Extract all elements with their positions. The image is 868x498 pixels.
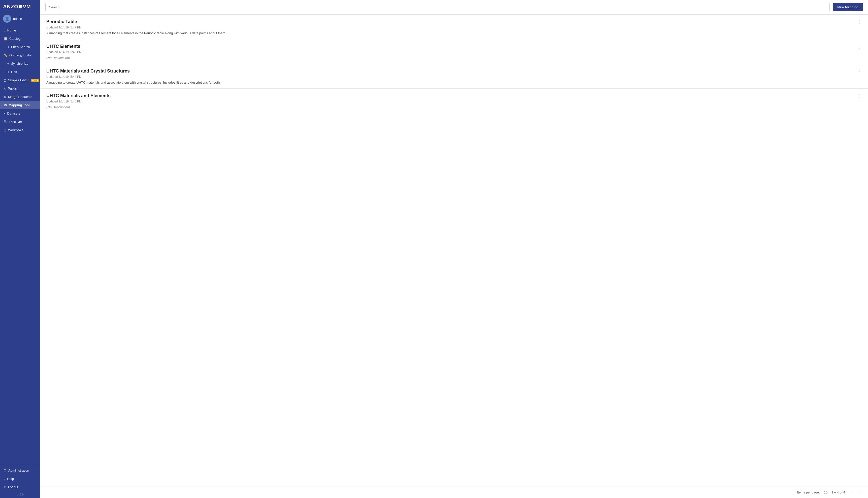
sidebar-bottom: ⚙ Administration ? Help ↩ Logout v4.0.0 (0, 464, 40, 498)
administration-icon: ⚙ (3, 469, 7, 472)
catalog-icon: 📋 (3, 37, 8, 41)
sidebar-label-discover: Discover (9, 120, 22, 123)
mapping-updated: Updated 1/14/19, 5:45 PM (46, 50, 862, 54)
sidebar-item-home[interactable]: ⌂ Home (0, 26, 40, 35)
sidebar-label-link: Link (11, 70, 17, 74)
synchronize-icon: ↪ (7, 62, 9, 65)
mapping-more-button[interactable]: ⋮ (855, 93, 863, 99)
mapping-title: UHTC Materials and Crystal Structures (46, 68, 862, 74)
sidebar-item-publish[interactable]: ◁ Publish (0, 84, 40, 93)
pagination-footer: Items per page: 10 1 – 4 of 4 ‹ › (40, 486, 868, 498)
search-input[interactable] (46, 3, 830, 11)
sidebar-item-discover[interactable]: 🔍 Discover (0, 118, 40, 126)
sidebar-item-logout[interactable]: ↩ Logout (0, 483, 40, 491)
mapping-item-uhtc-materials-elements: UHTC Materials and Elements Updated 1/14… (40, 89, 868, 113)
mapping-item-uhtc-materials-crystal: UHTC Materials and Crystal Structures Up… (40, 64, 868, 89)
mapping-description: A mapping that creates instances of Elem… (46, 31, 862, 35)
logout-icon: ↩ (3, 485, 6, 489)
help-icon: ? (3, 477, 5, 481)
sidebar-item-link[interactable]: ↪ Link (0, 68, 40, 76)
sidebar-item-catalog[interactable]: 📋 Catalog (0, 35, 40, 43)
mappings-list: Periodic Table Updated 1/14/19, 5:47 PM … (40, 15, 868, 486)
sidebar-label-home: Home (7, 28, 16, 32)
items-per-page-value: 10 (824, 490, 827, 494)
workflows-icon: ◻ (3, 128, 6, 132)
sidebar-label-catalog: Catalog (9, 37, 21, 41)
pagination-range: 1 – 4 of 4 (831, 490, 845, 494)
sidebar-label-shapes-editor: Shapes Editor (8, 78, 29, 82)
beta-badge: BETA (31, 79, 39, 82)
next-page-button[interactable]: › (858, 489, 862, 496)
prev-page-button[interactable]: ‹ (849, 489, 853, 496)
shapes-editor-icon: ◻ (3, 78, 6, 82)
mapping-title: UHTC Materials and Elements (46, 93, 862, 99)
sidebar-item-shapes-editor[interactable]: ◻ Shapes Editor BETA (0, 76, 40, 84)
sidebar-item-workflows[interactable]: ◻ Workflows (0, 126, 40, 134)
sidebar-label-publish: Publish (8, 87, 18, 90)
mapping-more-button[interactable]: ⋮ (855, 68, 863, 74)
link-icon: ↪ (7, 70, 9, 74)
sidebar-label-help: Help (7, 477, 14, 481)
sidebar-item-help[interactable]: ? Help (0, 475, 40, 483)
avatar: 👤 (3, 15, 11, 23)
sidebar-item-synchronize[interactable]: ↪ Synchronize (0, 60, 40, 68)
mapping-updated: Updated 1/14/19, 5:47 PM (46, 26, 862, 29)
username: admin (13, 17, 22, 21)
home-icon: ⌂ (3, 28, 5, 32)
mapping-more-button[interactable]: ⋮ (855, 19, 863, 25)
sidebar-item-ontology-editor[interactable]: ✏️ Ontology Editor (0, 51, 40, 60)
ontology-editor-icon: ✏️ (3, 53, 8, 57)
sidebar: ANZO⊕VM 👤 admin ⌂ Home 📋 Catalog ↪ Entit… (0, 0, 40, 498)
user-area: 👤 admin (0, 12, 40, 26)
sidebar-label-administration: Administration (8, 469, 29, 472)
mapping-updated: Updated 1/14/19, 5:46 PM (46, 100, 862, 103)
sidebar-item-datasets[interactable]: ≡ Datasets (0, 109, 40, 118)
mapping-more-button[interactable]: ⋮ (855, 44, 863, 49)
sidebar-label-ontology-editor: Ontology Editor (9, 53, 32, 57)
mapping-tool-icon: 🗂 (3, 103, 7, 107)
publish-icon: ◁ (3, 87, 6, 90)
sidebar-item-entity-search[interactable]: ↪ Entity Search (0, 43, 40, 51)
entity-search-icon: ↪ (7, 45, 9, 49)
mapping-title: UHTC Elements (46, 44, 862, 49)
sidebar-label-logout: Logout (8, 485, 18, 489)
mapping-description: (No Description) (46, 105, 862, 109)
sidebar-item-mapping-tool[interactable]: 🗂 Mapping Tool (0, 101, 40, 109)
discover-icon: 🔍 (3, 120, 8, 123)
datasets-icon: ≡ (3, 112, 5, 115)
merge-requests-icon: ✉ (3, 95, 6, 99)
sidebar-label-workflows: Workflows (8, 128, 23, 132)
mapping-title: Periodic Table (46, 19, 862, 24)
logo-area: ANZO⊕VM (0, 0, 40, 12)
sidebar-item-administration[interactable]: ⚙ Administration (0, 466, 40, 475)
mapping-item-periodic-table: Periodic Table Updated 1/14/19, 5:47 PM … (40, 15, 868, 39)
sidebar-label-merge-requests: Merge Requests (8, 95, 32, 99)
app-version: v4.0.0 (0, 491, 40, 498)
sidebar-label-entity-search: Entity Search (11, 45, 30, 49)
top-bar: New Mapping (40, 0, 868, 15)
sidebar-label-synchronize: Synchronize (11, 62, 28, 65)
mapping-description: A mapping to create UHTC materials and a… (46, 81, 862, 84)
items-per-page-label: Items per page: (797, 490, 820, 494)
mapping-item-uhtc-elements: UHTC Elements Updated 1/14/19, 5:45 PM (… (40, 39, 868, 64)
mapping-updated: Updated 1/14/19, 5:44 PM (46, 75, 862, 79)
app-logo: ANZO⊕VM (3, 3, 31, 10)
new-mapping-button[interactable]: New Mapping (833, 3, 863, 11)
main-content: New Mapping Periodic Table Updated 1/14/… (40, 0, 868, 498)
mapping-description: (No Description) (46, 56, 862, 60)
sidebar-label-datasets: Datasets (7, 112, 20, 115)
sidebar-item-merge-requests[interactable]: ✉ Merge Requests (0, 93, 40, 101)
sidebar-label-mapping-tool: Mapping Tool (9, 103, 30, 107)
